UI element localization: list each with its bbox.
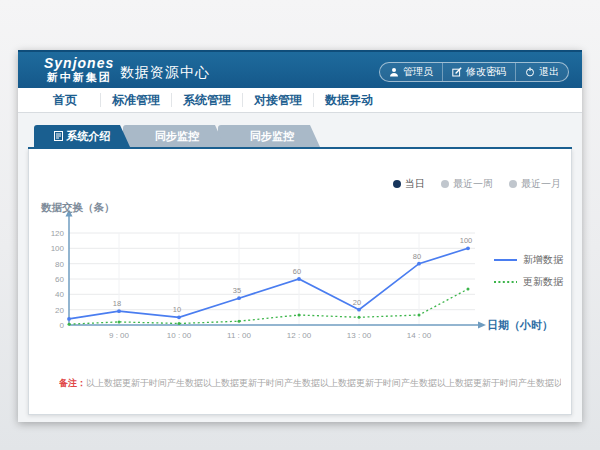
radio-dot-icon xyxy=(393,180,401,188)
panel-card: 系统介绍同步监控同步监控 当日最近一周最近一月 0204060801001209… xyxy=(28,125,572,415)
user-label: 管理员 xyxy=(403,65,433,79)
document-icon xyxy=(54,131,63,141)
svg-text:60: 60 xyxy=(293,267,301,276)
svg-text:更新数据: 更新数据 xyxy=(523,276,564,287)
svg-text:40: 40 xyxy=(55,290,64,299)
user-button[interactable]: 管理员 xyxy=(380,63,442,81)
svg-text:新增数据: 新增数据 xyxy=(523,254,564,265)
app-header: Synjones 新中新集团 数据资源中心 管理员 修改密码 退出 xyxy=(18,50,582,88)
logout-button[interactable]: 退出 xyxy=(515,63,568,81)
nav-item-4[interactable]: 对接管理 xyxy=(242,93,313,107)
tab-3[interactable]: 同步监控 xyxy=(218,125,320,147)
app-window: Synjones 新中新集团 数据资源中心 管理员 修改密码 退出 首页标准 xyxy=(18,50,582,422)
logo-text-en: Synjones xyxy=(44,55,114,71)
radio-label: 最近一周 xyxy=(453,177,493,191)
note-text: 以上数据更新于时间产生数据以上数据更新于时间产生数据以上数据更新于时间产生数据以… xyxy=(86,378,561,388)
tab-1[interactable]: 系统介绍 xyxy=(34,125,130,147)
svg-text:数据交换（条）: 数据交换（条） xyxy=(40,201,115,214)
radio-label: 最近一月 xyxy=(521,177,561,191)
time-filter-option-2[interactable]: 最近一周 xyxy=(441,177,493,191)
svg-text:100: 100 xyxy=(51,244,65,253)
svg-text:13 : 00: 13 : 00 xyxy=(347,331,372,340)
svg-text:100: 100 xyxy=(460,236,473,245)
svg-text:0: 0 xyxy=(60,321,65,330)
power-icon xyxy=(525,67,535,77)
nav-item-5[interactable]: 数据异动 xyxy=(313,93,384,107)
time-filter-option-3[interactable]: 最近一月 xyxy=(509,177,561,191)
svg-text:20: 20 xyxy=(55,306,64,315)
main-nav: 首页标准管理系统管理对接管理数据异动 xyxy=(18,88,582,113)
time-range-filter: 当日最近一周最近一月 xyxy=(393,177,561,191)
tab-bar: 系统介绍同步监控同步监控 xyxy=(34,125,320,147)
svg-text:80: 80 xyxy=(55,260,64,269)
nav-item-3[interactable]: 系统管理 xyxy=(171,93,242,107)
page-title: 数据资源中心 xyxy=(120,64,210,82)
card-body: 当日最近一周最近一月 0204060801001209 : 0010 : 001… xyxy=(28,149,572,415)
desktop-background: Synjones 新中新集团 数据资源中心 管理员 修改密码 退出 首页标准 xyxy=(0,0,600,450)
svg-text:60: 60 xyxy=(55,275,64,284)
footer-note: 备注：以上数据更新于时间产生数据以上数据更新于时间产生数据以上数据更新于时间产生… xyxy=(59,377,561,390)
logo: Synjones 新中新集团 xyxy=(44,55,114,84)
tab-label: 同步监控 xyxy=(155,129,199,144)
svg-text:10 : 00: 10 : 00 xyxy=(167,331,192,340)
user-icon xyxy=(389,67,399,77)
svg-text:20: 20 xyxy=(353,298,361,307)
svg-text:11 : 00: 11 : 00 xyxy=(227,331,251,340)
tab-underline xyxy=(28,147,572,149)
svg-text:35: 35 xyxy=(233,286,241,295)
svg-text:12 : 00: 12 : 00 xyxy=(287,331,312,340)
svg-text:120: 120 xyxy=(51,229,65,238)
svg-text:14 : 00: 14 : 00 xyxy=(407,331,432,340)
tab-label: 系统介绍 xyxy=(67,129,111,144)
nav-item-1[interactable]: 首页 xyxy=(30,93,100,107)
nav-item-2[interactable]: 标准管理 xyxy=(100,93,171,107)
logo-text-cn: 新中新集团 xyxy=(44,71,114,84)
svg-text:18: 18 xyxy=(113,299,121,308)
tab-2[interactable]: 同步监控 xyxy=(123,125,225,147)
line-chart: 0204060801001209 : 0010 : 0011 : 0012 : … xyxy=(39,199,571,349)
x-axis-arrow xyxy=(478,322,486,329)
svg-text:9 : 00: 9 : 00 xyxy=(109,331,130,340)
note-label: 备注： xyxy=(59,378,86,388)
user-toolbar: 管理员 修改密码 退出 xyxy=(379,62,569,82)
time-filter-option-1[interactable]: 当日 xyxy=(393,177,425,191)
tab-label: 同步监控 xyxy=(250,129,294,144)
svg-text:80: 80 xyxy=(413,252,421,261)
radio-dot-icon xyxy=(509,180,517,188)
logout-label: 退出 xyxy=(539,65,559,79)
radio-label: 当日 xyxy=(405,177,425,191)
edit-icon xyxy=(452,67,462,77)
change-password-label: 修改密码 xyxy=(466,65,506,79)
svg-text:日期（小时）: 日期（小时） xyxy=(487,319,553,332)
svg-text:10: 10 xyxy=(173,305,181,314)
radio-dot-icon xyxy=(441,180,449,188)
change-password-button[interactable]: 修改密码 xyxy=(442,63,515,81)
